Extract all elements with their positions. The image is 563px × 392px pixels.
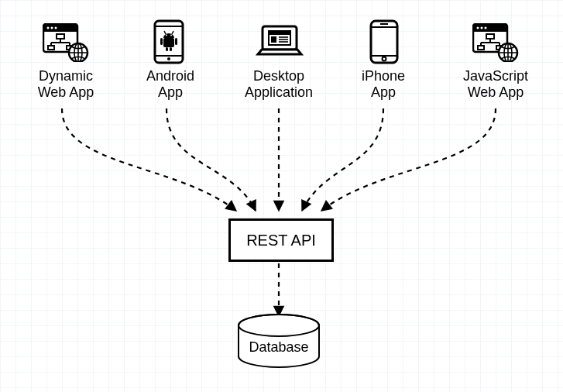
svg-rect-30 [269,31,290,35]
dynamic-web-app-icon [43,23,89,62]
svg-rect-23 [170,47,172,51]
dynamic-web-app-label: Dynamic Web App [27,68,105,100]
iphone-app-icon [368,19,400,64]
desktop-app-label: Desktop Application [236,68,321,100]
svg-rect-21 [175,38,177,45]
rest-api-label: REST API [246,232,316,249]
svg-rect-31 [271,36,276,43]
js-web-app-label: JavaScript Web App [453,68,538,100]
svg-point-6 [55,27,57,29]
svg-rect-22 [166,47,168,51]
svg-point-26 [166,35,167,36]
android-app-label: Android App [136,68,205,100]
diagram-canvas: Dynamic Web App Android App Desktop Appl… [0,0,563,392]
svg-point-42 [481,27,483,29]
svg-rect-19 [163,38,174,47]
android-app-icon [151,19,187,64]
svg-rect-20 [160,38,163,45]
database-label: Database [240,339,318,356]
svg-point-4 [47,27,50,29]
svg-point-43 [485,27,487,29]
svg-point-18 [167,57,170,60]
svg-point-27 [170,35,172,36]
js-web-app-icon [472,23,519,62]
svg-point-41 [477,27,479,29]
desktop-app-icon [256,25,304,60]
rest-api-box: REST API [228,218,334,262]
svg-point-5 [51,27,53,29]
iphone-app-label: iPhone App [352,68,414,100]
